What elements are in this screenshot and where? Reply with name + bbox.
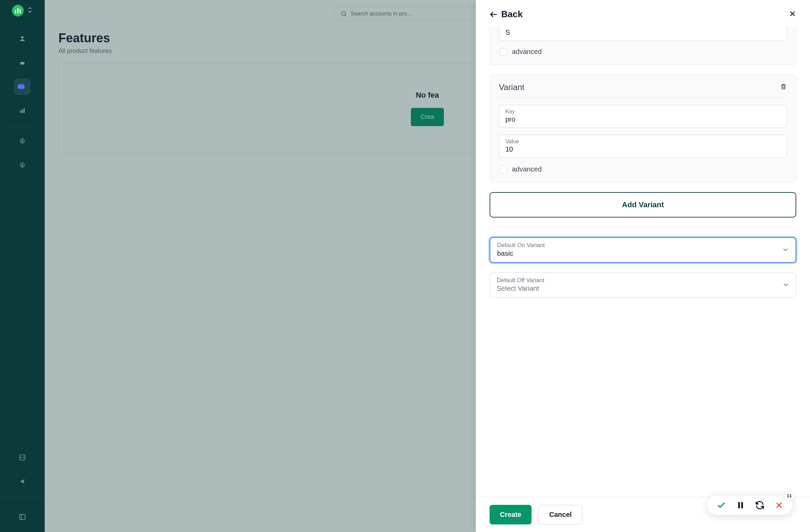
create-feature-button[interactable]: Crea (411, 108, 444, 126)
search-placeholder: Search accounts in pro... (351, 11, 412, 17)
back-label: Back (501, 9, 523, 20)
variant-card: Variant Key pro Value 10 advanced (490, 75, 796, 182)
trash-icon (780, 83, 787, 90)
sidebar-item-features[interactable] (14, 78, 31, 95)
key-value: pro (505, 115, 780, 123)
svg-rect-2 (20, 60, 24, 62)
advanced-label-1: advanced (512, 48, 542, 56)
chevron-down-icon (782, 247, 789, 253)
advanced-checkbox-2[interactable] (500, 166, 507, 173)
key-label: Key (505, 109, 780, 115)
empty-state-title: No fea (416, 91, 439, 100)
value-field[interactable]: Value 10 (499, 135, 787, 158)
app-logo[interactable] (12, 5, 24, 16)
sidebar-item-settings-1[interactable] (14, 133, 31, 149)
pause-button[interactable] (736, 501, 745, 510)
svg-rect-3 (20, 111, 21, 113)
svg-rect-16 (741, 502, 743, 508)
key-field[interactable]: Key pro (499, 105, 787, 128)
svg-rect-15 (738, 502, 740, 508)
default-off-placeholder: Select Variant (497, 285, 544, 292)
svg-rect-4 (22, 110, 23, 113)
advanced-checkbox-1[interactable] (500, 48, 507, 56)
refresh-icon (755, 500, 765, 510)
sidebar-item-collapse[interactable] (14, 509, 31, 525)
sidebar-item-send[interactable] (14, 473, 31, 490)
sidebar-item-storage[interactable] (14, 54, 31, 71)
advanced-label-2: advanced (512, 165, 542, 173)
chevron-down-icon (783, 282, 789, 288)
svg-point-11 (341, 11, 346, 15)
svg-rect-9 (20, 514, 25, 520)
svg-point-0 (21, 36, 24, 38)
close-button[interactable] (789, 10, 796, 19)
value-value: 10 (505, 145, 780, 153)
variant-card-title: Variant (499, 82, 524, 92)
workspace-selector-icon[interactable] (27, 7, 33, 15)
back-button[interactable]: Back (490, 9, 523, 20)
arrow-left-icon (490, 11, 498, 18)
svg-point-6 (22, 141, 23, 142)
default-on-variant-select[interactable]: Default On Variant basic (490, 237, 796, 263)
sidebar (0, 0, 45, 532)
cancel-button[interactable]: Cancel (538, 505, 582, 524)
reject-button[interactable] (775, 501, 783, 509)
variant-card-truncated: S advanced (490, 26, 796, 65)
svg-point-7 (22, 165, 23, 166)
sidebar-item-accounts[interactable] (14, 30, 31, 47)
search-icon (340, 10, 347, 17)
check-icon (716, 500, 726, 510)
create-button[interactable]: Create (490, 505, 532, 524)
default-off-label: Default Off Variant (497, 277, 544, 284)
default-on-label: Default On Variant (497, 242, 545, 249)
refresh-button[interactable] (755, 500, 765, 510)
delete-variant-button[interactable] (780, 83, 787, 92)
accept-button[interactable] (716, 500, 726, 510)
svg-line-12 (345, 15, 346, 16)
sidebar-item-settings-2[interactable] (14, 157, 31, 174)
default-off-variant-select[interactable]: Default Off Variant Select Variant (490, 273, 796, 298)
close-icon (789, 10, 796, 18)
sidebar-item-code[interactable] (14, 449, 31, 466)
truncated-value-field[interactable]: S (499, 26, 787, 41)
value-label: Value (505, 138, 780, 145)
toolbar-badge: 11 (784, 492, 795, 499)
drawer-panel: Back S advanced Variant (476, 0, 810, 532)
sidebar-item-analytics[interactable] (14, 102, 31, 119)
svg-rect-5 (23, 108, 24, 113)
pause-icon (736, 501, 745, 510)
add-variant-button[interactable]: Add Variant (490, 192, 796, 218)
x-icon (775, 501, 783, 509)
features-icon (20, 84, 25, 89)
floating-toolbar: 11 (707, 496, 793, 515)
default-on-value: basic (497, 250, 545, 257)
